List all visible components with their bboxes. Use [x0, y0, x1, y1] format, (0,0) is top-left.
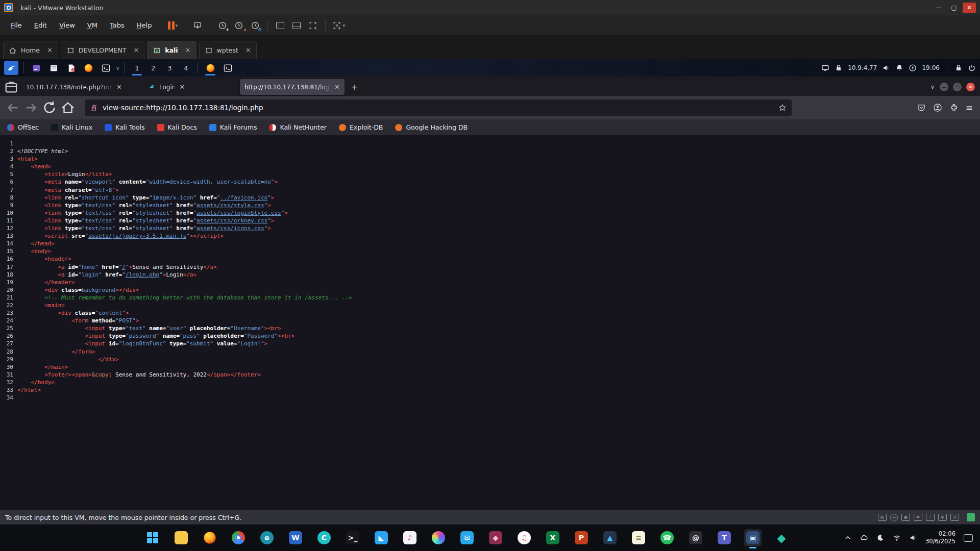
taskbar-file-explorer-icon[interactable]	[173, 529, 190, 546]
tray-cloud-icon[interactable]	[860, 534, 868, 542]
firefox-close-button[interactable]: ✕	[966, 83, 975, 91]
vm-tab-close-icon[interactable]: ✕	[47, 46, 53, 54]
snapshot-manage-button[interactable]: ⚙	[248, 18, 262, 33]
bookmark-exploit-db[interactable]: Exploit-DB	[339, 123, 383, 131]
firefox-minimize-button[interactable]: —	[940, 83, 948, 91]
extensions-icon[interactable]	[949, 103, 959, 112]
minimize-button[interactable]: —	[932, 3, 945, 13]
workspace-3[interactable]: 3	[163, 61, 176, 74]
notifications-icon[interactable]	[964, 534, 973, 542]
launcher-kali-menu[interactable]	[4, 61, 18, 75]
taskbar-mail-icon[interactable]: ✉	[458, 529, 476, 546]
power-manager-icon[interactable]	[909, 64, 917, 72]
panel-console-button[interactable]	[306, 18, 320, 33]
source-link[interactable]: assets/js/jquery-3.5.1.min.js	[88, 233, 186, 239]
taskbar-app-maroon-icon[interactable]: ◆	[487, 529, 504, 546]
menu-view[interactable]: View	[54, 19, 81, 32]
device-sound-icon[interactable]: ♪	[926, 514, 935, 521]
taskbar-word-icon[interactable]: W	[287, 529, 304, 546]
tray-network-icon[interactable]	[893, 534, 901, 542]
back-icon[interactable]	[5, 100, 20, 115]
bookmark-offsec[interactable]: OffSec	[7, 123, 39, 131]
bookmark-kali-forums[interactable]: Kali Forums	[209, 123, 257, 131]
browser-tab-1[interactable]: 10.10.177.138/note.php?note_✕	[21, 79, 141, 95]
vm-tab-close-icon[interactable]: ✕	[185, 46, 191, 54]
taskbar-notes-icon[interactable]: ≡	[630, 529, 647, 546]
taskbar-vscode-icon[interactable]: ◣	[373, 529, 390, 546]
source-link[interactable]: ../favicon.ico	[220, 194, 267, 201]
launcher-file-manager[interactable]	[46, 61, 61, 75]
vpn-ip-address[interactable]: 10.9.4.77	[848, 64, 877, 71]
volume-icon[interactable]	[882, 64, 890, 72]
open-app-terminal[interactable]	[220, 61, 235, 75]
source-link[interactable]: /	[122, 264, 126, 270]
vm-tab-development[interactable]: DEVELOPMENT✕	[61, 41, 144, 59]
lock-icon[interactable]	[954, 64, 963, 72]
lock-icon[interactable]	[835, 64, 843, 72]
taskbar-chrome-icon[interactable]	[230, 529, 247, 546]
bookmark-star-icon[interactable]	[778, 104, 787, 112]
panel-library-button[interactable]	[273, 18, 287, 33]
tray-chevron-up-icon[interactable]	[844, 534, 852, 542]
new-tab-button[interactable]: +	[347, 80, 362, 95]
list-all-tabs-icon[interactable]: ∨	[930, 84, 935, 90]
device-hard-disk-icon[interactable]: ▤	[878, 514, 887, 521]
vm-tab-kali[interactable]: kali✕	[147, 41, 196, 59]
tab-close-icon[interactable]: ✕	[179, 83, 185, 91]
source-link[interactable]: assets/css/orkney.css	[197, 217, 267, 224]
display-icon[interactable]	[821, 64, 829, 72]
tray-volume-icon[interactable]	[909, 534, 917, 542]
taskbar-excel-icon[interactable]: X	[544, 529, 561, 546]
app-menu-icon[interactable]: ≡	[966, 104, 973, 112]
bookmark-google-hacking-db[interactable]: Google Hacking DB	[395, 123, 468, 131]
tab-close-icon[interactable]: ✕	[116, 83, 122, 91]
menu-vm[interactable]: VM	[82, 19, 103, 32]
launcher-firefox[interactable]	[81, 61, 95, 75]
taskbar-photos-icon[interactable]	[430, 529, 447, 546]
taskbar-mail-dark-icon[interactable]: @	[687, 529, 704, 546]
launcher-terminal[interactable]	[99, 61, 113, 75]
bookmark-kali-docs[interactable]: Kali Docs	[157, 123, 197, 131]
source-link[interactable]: assets/css/style.css	[197, 202, 264, 209]
launcher-window-manager[interactable]	[29, 61, 43, 75]
address-bar[interactable]: view-source:http://10.10.177.138:81/logi…	[85, 99, 792, 116]
taskbar-canva-icon[interactable]: C	[315, 529, 333, 546]
vm-tab-close-icon[interactable]: ✕	[133, 46, 139, 54]
open-app-firefox[interactable]	[203, 61, 217, 75]
reload-icon[interactable]	[42, 100, 57, 115]
send-ctrl-alt-del-button[interactable]	[190, 18, 205, 33]
power-pause-button[interactable]: ▾	[165, 18, 180, 33]
lock-broken-icon[interactable]	[90, 104, 98, 112]
menu-edit[interactable]: Edit	[29, 19, 53, 32]
device-network-adapter-icon[interactable]: ⇄	[914, 514, 922, 521]
account-icon[interactable]	[933, 103, 942, 112]
taskbar-teams-icon[interactable]: T	[716, 529, 733, 546]
chevron-down-icon[interactable]: ∨	[116, 65, 119, 71]
source-link[interactable]: assets/css/loginStyle.css	[197, 210, 281, 216]
taskbar-powerpoint-icon[interactable]: P	[573, 529, 590, 546]
firefox-maximize-button[interactable]: ▢	[953, 83, 962, 91]
menu-tabs[interactable]: Tabs	[104, 19, 130, 32]
device-usb-icon[interactable]: ψ	[938, 514, 947, 521]
taskbar-edge-icon[interactable]: e	[258, 529, 276, 546]
bell-icon[interactable]	[895, 64, 903, 72]
home-icon[interactable]	[60, 100, 76, 115]
taskbar-terminal-icon[interactable]: >_	[344, 529, 361, 546]
menu-file[interactable]: File	[5, 19, 28, 32]
bookmark-kali-linux[interactable]: Kali Linux	[51, 123, 92, 131]
close-button[interactable]: ✕	[963, 3, 976, 13]
maximize-button[interactable]: ▢	[947, 3, 961, 13]
snapshot-revert-button[interactable]: ◂	[232, 18, 246, 33]
device-cd-rom-icon[interactable]: ◎	[890, 514, 898, 521]
vm-tab-home[interactable]: Home✕	[3, 41, 58, 59]
tab-close-icon[interactable]: ✕	[334, 83, 340, 91]
source-link[interactable]: /login.php	[126, 271, 159, 278]
workspace-1[interactable]: 1	[130, 61, 143, 74]
pocket-icon[interactable]	[917, 103, 926, 112]
url-text[interactable]: view-source:http://10.10.177.138:81/logi…	[103, 104, 774, 112]
vm-tab-close-icon[interactable]: ✕	[246, 46, 251, 54]
taskbar-app-triangle-icon[interactable]: ▲	[601, 529, 619, 546]
panel-thumbnails-button[interactable]	[289, 18, 304, 33]
power-icon[interactable]	[968, 64, 976, 72]
forward-icon[interactable]	[23, 100, 39, 115]
